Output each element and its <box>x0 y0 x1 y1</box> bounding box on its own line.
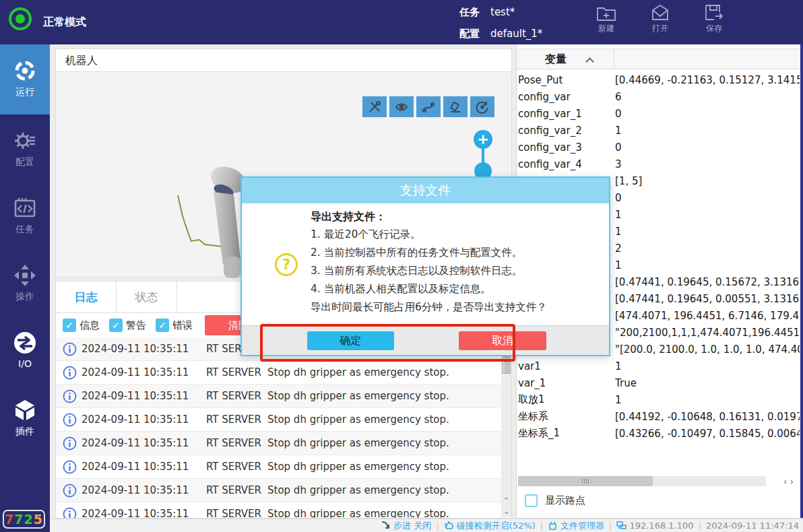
counter-badge: 7 7 2 5 <box>3 510 45 529</box>
variable-row[interactable]: config_var 6 <box>518 88 800 105</box>
viewport-toolbar <box>362 96 494 117</box>
mode-status-icon <box>9 7 32 30</box>
scroll-up-icon[interactable]: ⌃ <box>501 495 511 506</box>
sidebar-item-task[interactable]: 任务 <box>0 182 50 249</box>
log-message: Stop dh gripper as emergency stop. <box>267 461 449 473</box>
variable-name: config_var <box>518 91 615 103</box>
task-row: 任务 test* <box>459 4 515 20</box>
scroll-left-icon[interactable]: ‹ <box>783 476 788 487</box>
save-button[interactable]: 保存 <box>695 3 733 34</box>
variable-name: 取放1 <box>518 393 615 406</box>
log-row[interactable]: 2024-09-11 10:35:11 RT SERVER Stop dh gr… <box>56 432 501 455</box>
scroll-right-icon[interactable]: › <box>790 476 794 487</box>
sidebar-item-label: 配置 <box>15 156 34 168</box>
dialog-line: 导出时间最长可能占用6分钟，是否导出支持文件？ <box>311 298 547 317</box>
robot-panel-header: 机器人 <box>56 49 511 72</box>
step-mode-item[interactable]: 步进 关闭 <box>381 520 431 532</box>
variables-header[interactable]: 变量 <box>517 48 800 69</box>
info-checkbox[interactable]: ✓ <box>63 319 76 332</box>
open-button[interactable]: 打开 <box>641 3 679 34</box>
dialog-line: 2. 当前控制器中所有的任务文件与配置文件。 <box>311 244 547 262</box>
visibility-button[interactable] <box>389 96 414 117</box>
new-button[interactable]: 新建 <box>587 3 625 34</box>
variable-row[interactable]: 坐标系_1 [0.43266, -0.10497, 0.15845, 0.006… <box>518 425 800 442</box>
plugin-cube-icon <box>13 399 36 422</box>
plus-icon: + <box>477 131 489 147</box>
sidebar-item-label: 运行 <box>15 86 34 98</box>
erase-button[interactable] <box>443 96 468 117</box>
tab-log[interactable]: 日志 <box>56 281 117 312</box>
column-divider <box>614 49 614 69</box>
path-button[interactable] <box>416 96 441 117</box>
log-message: Stop dh gripper as emergency stop. <box>267 484 449 496</box>
variable-value: 1 <box>615 360 800 372</box>
collapse-caret-icon[interactable] <box>585 57 594 66</box>
info-icon <box>63 366 77 380</box>
sidebar-item-io[interactable]: I/O <box>0 317 50 384</box>
warning-checkbox[interactable]: ✓ <box>109 319 123 332</box>
error-checkbox[interactable]: ✓ <box>156 319 169 332</box>
log-scrollbar[interactable]: ⌃ ⌄ <box>501 337 511 517</box>
separator: | <box>699 521 701 531</box>
sidebar-item-label: 任务 <box>15 224 34 236</box>
log-row[interactable]: 2024-09-11 10:35:11 RT SERVER Stop dh gr… <box>56 479 501 502</box>
variable-name: config_var_3 <box>518 141 615 154</box>
variable-value: [0.47441, 0.19645, 0.15672, 3.13168, 0.0… <box>615 276 800 288</box>
robot-wrist <box>224 257 241 278</box>
clock: 2024-09-11 11:47:14 <box>706 521 799 531</box>
variable-value: 2 <box>615 242 800 255</box>
log-row[interactable]: 2024-09-11 10:35:11 RT SERVER Stop dh gr… <box>56 502 501 518</box>
variable-value: 1 <box>615 394 800 406</box>
tab-status[interactable]: 状态 <box>117 281 177 312</box>
log-row[interactable]: 2024-09-11 10:35:11 RT SERVER Stop dh gr… <box>56 408 501 432</box>
show-waypoints-checkbox[interactable] <box>525 494 538 507</box>
variable-row[interactable]: config_var_1 0 <box>518 105 800 122</box>
panel-scrollbar[interactable] <box>800 44 803 518</box>
variable-row[interactable]: config_var_3 0 <box>518 139 800 156</box>
variable-row[interactable]: config_var_2 1 <box>518 122 800 139</box>
scroll-down-icon[interactable]: ⌄ <box>501 506 511 517</box>
log-source: RT SERVER <box>206 508 267 518</box>
dialog-line: 3. 当前所有系统状态日志以及控制软件日志。 <box>311 262 547 280</box>
tools-icon <box>368 100 381 114</box>
tools-button[interactable] <box>362 96 387 117</box>
variable-row[interactable]: Pose_Put [0.44669, -0.21163, 0.15127, 3.… <box>518 71 800 88</box>
sidebar-item-jog[interactable]: 操作 <box>0 249 50 317</box>
rotate-icon <box>476 100 489 114</box>
log-timestamp: 2024-09-11 10:35:11 <box>82 484 206 496</box>
file-manager-item[interactable]: 文件管理器 <box>548 520 604 532</box>
dialog-lines: 1. 最近20个飞行记录。2. 当前控制器中所有的任务文件与配置文件。3. 当前… <box>311 226 547 317</box>
log-row[interactable]: 2024-09-11 10:35:11 RT SERVER Stop dh gr… <box>56 455 501 479</box>
sidebar-item-config[interactable]: 配置 <box>0 114 50 182</box>
variable-row[interactable]: var1 1 <box>518 358 800 374</box>
variable-name: Pose_Put <box>518 74 615 86</box>
sidebar-item-plugin[interactable]: 插件 <box>0 384 50 451</box>
log-timestamp: 2024-09-11 10:35:11 <box>82 390 206 402</box>
dialog-line: 4. 当前机器人相关配置以及标定信息。 <box>311 280 547 298</box>
step-icon <box>381 521 391 531</box>
reset-view-button[interactable] <box>470 96 494 117</box>
show-waypoints-row: 显示路点 <box>525 494 585 507</box>
variable-value: True <box>615 377 800 389</box>
add-waypoint-button[interactable]: + <box>474 130 492 149</box>
log-row[interactable]: 2024-09-11 10:35:11 RT SERVER Stop dh gr… <box>56 361 501 385</box>
log-row[interactable]: 2024-09-11 10:35:11 RT SERVER Stop dh gr… <box>56 385 501 408</box>
collision-item[interactable]: 碰撞检测开启(52%) <box>444 520 536 532</box>
task-label: 任务 <box>459 6 480 19</box>
info-icon <box>63 413 77 427</box>
badge-digit: 7 <box>14 512 24 527</box>
log-timestamp: 2024-09-11 10:35:11 <box>82 461 206 473</box>
variable-row[interactable]: config_var_4 3 <box>518 156 800 172</box>
horizontal-scrollbar-thumb[interactable] <box>518 476 653 486</box>
robot-arm-3d-view[interactable] <box>170 150 251 278</box>
variable-row[interactable]: 取放1 1 <box>518 391 800 408</box>
horizontal-scrollbar[interactable] <box>518 476 766 486</box>
dialog-title-bar[interactable]: 支持文件 <box>242 178 609 203</box>
variable-name: 坐标系_1 <box>518 427 615 440</box>
config-gear-icon <box>13 129 36 152</box>
save-button-label: 保存 <box>706 23 722 34</box>
variable-row[interactable]: 坐标系 [0.44192, -0.10648, 0.16131, 0.01975… <box>518 408 800 425</box>
network-item[interactable]: 192.168.1.100 <box>616 521 693 531</box>
variable-row[interactable]: var_1 True <box>518 374 800 391</box>
sidebar-item-run[interactable]: 运行 <box>0 44 50 114</box>
